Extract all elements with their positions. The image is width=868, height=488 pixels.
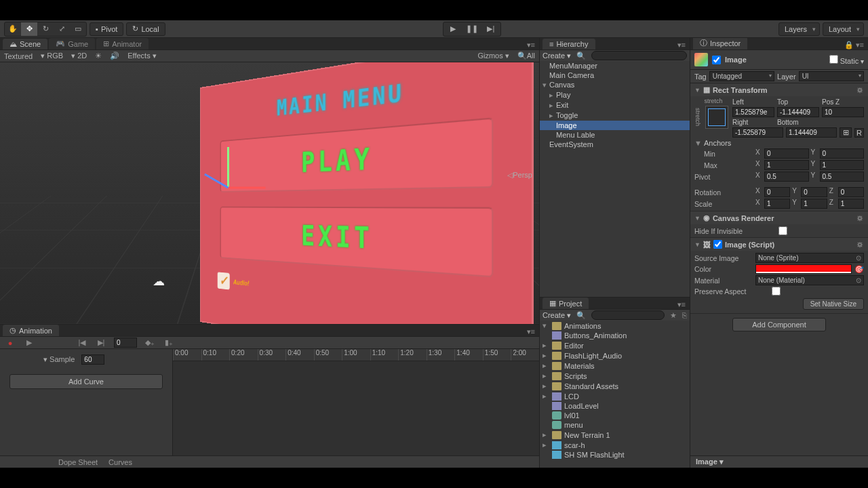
- next-key-button[interactable]: ▶|: [95, 338, 107, 347]
- play-button[interactable]: ▶: [443, 22, 462, 36]
- tab-scene[interactable]: ⛰Scene: [3, 39, 47, 49]
- gameobject-icon[interactable]: [694, 53, 708, 66]
- gizmos-dropdown[interactable]: Gizmos ▾: [477, 52, 509, 60]
- light-icon[interactable]: ☀: [95, 52, 102, 60]
- tab-menu-icon[interactable]: 🔒 ▾≡: [840, 41, 868, 49]
- source-image-field[interactable]: None (Sprite): [755, 253, 864, 263]
- shading-mode[interactable]: Textured: [4, 52, 33, 60]
- filter-icon[interactable]: ⎘: [682, 311, 687, 319]
- anim-play-button[interactable]: ▶: [23, 338, 35, 347]
- hierarchy-item[interactable]: MenuManager: [540, 61, 690, 70]
- add-event-button[interactable]: ▮₊: [163, 338, 175, 347]
- hierarchy-item[interactable]: Image: [540, 121, 690, 130]
- pivot-toggle[interactable]: ▪Pivot: [90, 22, 123, 36]
- gear-icon[interactable]: ⛭: [856, 86, 864, 94]
- posz-field[interactable]: 10: [822, 107, 864, 117]
- tab-project[interactable]: ▦Project: [542, 298, 589, 309]
- project-item[interactable]: Buttons_Animation: [540, 331, 690, 340]
- right-field[interactable]: -1.525879: [732, 127, 783, 138]
- hierarchy-search[interactable]: [591, 51, 687, 60]
- hierarchy-item[interactable]: ▸Toggle: [540, 110, 690, 121]
- step-button[interactable]: ▶|: [481, 22, 500, 36]
- image-enabled-checkbox[interactable]: [713, 240, 722, 249]
- project-item[interactable]: ▸Scripts: [540, 371, 690, 381]
- top-field[interactable]: -1.144409: [777, 107, 819, 117]
- dope-sheet-tab[interactable]: Dope Sheet: [58, 458, 98, 466]
- rect-tool[interactable]: ▭: [70, 22, 86, 36]
- project-item[interactable]: LoadLevel: [540, 401, 690, 411]
- project-item[interactable]: menu: [540, 420, 690, 430]
- tab-menu-icon[interactable]: ▾≡: [523, 41, 539, 49]
- preserve-aspect-checkbox[interactable]: [772, 287, 781, 296]
- hide-if-invisible-checkbox[interactable]: [778, 226, 787, 235]
- hierarchy-create[interactable]: Create ▾: [542, 52, 571, 60]
- add-key-button[interactable]: ◆₊: [144, 338, 156, 347]
- gear-icon[interactable]: ⛭: [856, 241, 864, 249]
- filter-icon[interactable]: ★: [670, 311, 677, 320]
- project-item[interactable]: ▸FlashLight_Audio: [540, 350, 690, 361]
- animation-timeline[interactable]: 0:000:100:200:300:400:501:001:101:201:30…: [173, 349, 539, 455]
- tab-inspector[interactable]: ⓘInspector: [693, 38, 747, 49]
- add-curve-button[interactable]: Add Curve: [9, 374, 163, 389]
- layers-dropdown[interactable]: Layers: [778, 22, 820, 36]
- anchor-preset[interactable]: [705, 106, 728, 129]
- effects-dropdown[interactable]: Effects ▾: [127, 52, 157, 60]
- pause-button[interactable]: ❚❚: [462, 22, 481, 36]
- tag-dropdown[interactable]: Untagged: [709, 71, 774, 81]
- project-create[interactable]: Create ▾: [542, 311, 571, 320]
- layer-dropdown[interactable]: UI: [799, 71, 864, 81]
- tab-hierarchy[interactable]: ≡Hierarchy: [542, 39, 595, 49]
- project-item[interactable]: SH SM FlashLight: [540, 450, 690, 460]
- left-field[interactable]: 1.525879e: [732, 107, 774, 117]
- scene-viewport[interactable]: MAIN MENU PLAY EXIT ✓ Audio! ◁Persp ☁: [0, 62, 539, 324]
- canvas-renderer-header[interactable]: ▼◉ Canvas Renderer ⛭: [690, 211, 868, 224]
- audio-icon[interactable]: 🔊: [110, 52, 119, 60]
- project-tree[interactable]: ▾AnimationsButtons_Animation▸Editor▸Flas…: [540, 321, 690, 468]
- gear-icon[interactable]: ⛭: [856, 214, 864, 222]
- hierarchy-item[interactable]: ▸Exit: [540, 100, 690, 110]
- add-component-button[interactable]: Add Component: [732, 318, 826, 331]
- tab-menu-icon[interactable]: ▾≡: [673, 41, 690, 49]
- persp-label[interactable]: ◁Persp: [507, 171, 532, 180]
- project-item[interactable]: ▸Materials: [540, 361, 690, 371]
- sample-field[interactable]: 60: [81, 354, 104, 365]
- 2d-toggle[interactable]: ▾ 2D: [71, 52, 87, 60]
- active-checkbox[interactable]: [712, 56, 721, 64]
- hierarchy-tree[interactable]: MenuManagerMain Camera▾Canvas▸Play▸Exit▸…: [540, 61, 690, 297]
- hierarchy-item[interactable]: ▸Play: [540, 90, 690, 100]
- scale-tool[interactable]: ⤢: [54, 22, 70, 36]
- project-item[interactable]: ▸Editor: [540, 340, 690, 350]
- material-field[interactable]: None (Material): [755, 275, 864, 285]
- hierarchy-item[interactable]: EventSystem: [540, 140, 690, 149]
- prev-key-button[interactable]: |◀: [76, 338, 88, 347]
- project-item[interactable]: lvl01: [540, 411, 690, 420]
- blueprint-toggle[interactable]: ⊞: [840, 127, 852, 138]
- layout-dropdown[interactable]: Layout: [823, 22, 864, 36]
- color-field[interactable]: [755, 264, 852, 274]
- move-tool[interactable]: ✥: [21, 22, 37, 36]
- project-item[interactable]: ▾Animations: [540, 321, 690, 331]
- object-name[interactable]: Image: [725, 56, 747, 64]
- hierarchy-item[interactable]: ▾Canvas: [540, 80, 690, 90]
- project-item[interactable]: ▸LCD: [540, 391, 690, 401]
- curves-tab[interactable]: Curves: [108, 458, 132, 466]
- rect-transform-header[interactable]: ▼▦ Rect Transform ⛭: [690, 83, 868, 96]
- record-button[interactable]: ●: [4, 339, 16, 347]
- hand-tool[interactable]: ✋: [5, 22, 21, 36]
- frame-field[interactable]: 0: [114, 338, 137, 348]
- local-toggle[interactable]: ↻Local: [126, 22, 165, 36]
- project-item[interactable]: ▸New Terrain 1: [540, 430, 690, 440]
- tab-game[interactable]: 🎮Game: [49, 38, 95, 49]
- hierarchy-item[interactable]: Menu Lable: [540, 130, 690, 140]
- search-all[interactable]: 🔍All: [517, 52, 535, 60]
- raw-toggle[interactable]: R: [854, 128, 864, 138]
- render-mode[interactable]: ▾ RGB: [41, 52, 63, 60]
- tab-animation[interactable]: ◷Animation: [3, 325, 59, 336]
- set-native-size-button[interactable]: Set Native Size: [803, 298, 864, 310]
- tab-animator[interactable]: ⊞Animator: [96, 38, 149, 49]
- project-item[interactable]: ▸scar-h: [540, 440, 690, 450]
- project-search[interactable]: [591, 310, 665, 320]
- rotate-tool[interactable]: ↻: [37, 22, 54, 36]
- static-checkbox[interactable]: [829, 55, 838, 64]
- hierarchy-item[interactable]: Main Camera: [540, 70, 690, 80]
